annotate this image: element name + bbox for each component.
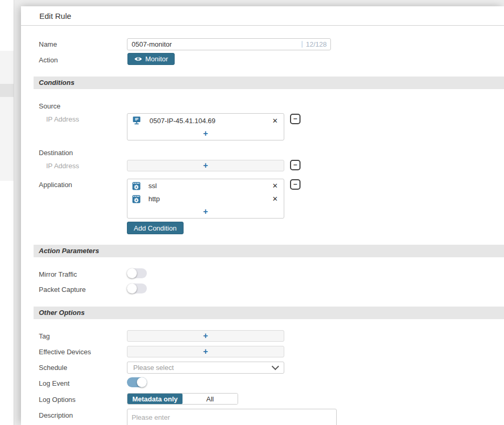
application-item: http ✕: [127, 192, 284, 205]
name-input[interactable]: [127, 40, 302, 48]
source-ip-address-label: IP Address: [46, 115, 79, 123]
source-item: IP 0507-IP-45.41.104.69 ✕: [127, 114, 284, 127]
minus-icon: −: [293, 181, 297, 188]
add-tag-row[interactable]: +: [127, 330, 284, 342]
mirror-traffic-label: Mirror Traffic: [39, 270, 77, 278]
action-monitor-button[interactable]: Monitor: [127, 53, 175, 65]
toggle-knob: [127, 268, 137, 278]
schedule-label: Schedule: [39, 364, 67, 372]
add-item-icon: +: [203, 161, 208, 170]
application-icon: [132, 182, 141, 190]
add-source-item-row[interactable]: +: [127, 127, 284, 140]
dialog-header: Edit Rule: [21, 6, 504, 26]
action-parameters-section-header: Action Parameters: [34, 245, 504, 257]
schedule-placeholder: Please select: [133, 364, 174, 372]
source-label: Source: [39, 102, 60, 110]
add-condition-button[interactable]: Add Condition: [127, 222, 184, 234]
log-option-metadata-only[interactable]: Metadata only: [127, 394, 183, 404]
page-background: Edit Rule Name 12/128 Action Monitor Con…: [0, 0, 504, 425]
add-item-icon: +: [203, 347, 208, 356]
schedule-select[interactable]: Please select: [127, 362, 284, 374]
background-panel: [0, 51, 14, 181]
application-item-name: ssl: [148, 182, 157, 190]
log-option-all[interactable]: All: [183, 394, 238, 404]
description-label: Description: [39, 411, 73, 419]
background-panel-selected: [0, 84, 14, 97]
application-item: ssl ✕: [127, 179, 284, 192]
log-options-segmented-control: Metadata only All: [127, 393, 238, 405]
log-event-toggle[interactable]: [127, 377, 147, 387]
source-picker: IP 0507-IP-45.41.104.69 ✕ +: [127, 113, 284, 140]
conditions-section-header: Conditions: [34, 77, 504, 89]
application-item-name: http: [148, 195, 160, 203]
action-label: Action: [39, 56, 58, 64]
add-application-item-row[interactable]: +: [127, 205, 284, 218]
add-item-icon: +: [203, 332, 208, 340]
mirror-traffic-toggle[interactable]: [127, 268, 147, 278]
packet-capture-toggle[interactable]: [127, 284, 147, 293]
application-picker: ssl ✕ http ✕ +: [127, 179, 284, 219]
remove-source-condition-button[interactable]: −: [290, 114, 301, 124]
application-label: Application: [39, 181, 72, 189]
name-label: Name: [39, 40, 57, 48]
chevron-down-icon: [272, 363, 279, 370]
source-item-name: 0507-IP-45.41.104.69: [149, 117, 216, 125]
char-counter: 12/128: [303, 40, 330, 48]
eye-icon: [134, 56, 142, 62]
minus-icon: −: [293, 115, 297, 122]
svg-text:IP: IP: [135, 117, 138, 121]
add-item-icon: +: [203, 129, 208, 138]
remove-application-item-icon[interactable]: ✕: [271, 181, 279, 190]
remove-application-condition-button[interactable]: −: [290, 179, 301, 190]
minus-icon: −: [293, 161, 297, 168]
other-options-section-header: Other Options: [34, 307, 504, 319]
log-options-label: Log Options: [39, 396, 76, 404]
log-event-label: Log Event: [39, 379, 70, 387]
tag-label: Tag: [39, 332, 50, 340]
remove-destination-condition-button[interactable]: −: [290, 160, 301, 170]
dialog-title: Edit Rule: [21, 6, 504, 26]
packet-capture-label: Packet Capture: [39, 286, 86, 293]
toggle-knob: [127, 284, 137, 293]
destination-label: Destination: [39, 149, 73, 157]
toggle-knob: [137, 377, 147, 387]
description-textarea[interactable]: [127, 409, 337, 425]
add-item-icon: +: [203, 208, 208, 216]
add-destination-item-row[interactable]: +: [127, 160, 284, 171]
add-effective-device-row[interactable]: +: [127, 346, 284, 357]
destination-ip-address-label: IP Address: [46, 162, 79, 170]
name-input-wrap: 12/128: [127, 38, 331, 50]
application-icon: [132, 195, 141, 203]
edit-rule-dialog: Edit Rule Name 12/128 Action Monitor Con…: [21, 6, 504, 425]
effective-devices-label: Effective Devices: [39, 348, 91, 356]
ip-address-icon: IP: [132, 116, 142, 125]
remove-source-item-icon[interactable]: ✕: [271, 116, 279, 125]
remove-application-item-icon[interactable]: ✕: [271, 194, 279, 203]
action-monitor-label: Monitor: [145, 55, 168, 63]
background-sidebar: [0, 0, 14, 425]
